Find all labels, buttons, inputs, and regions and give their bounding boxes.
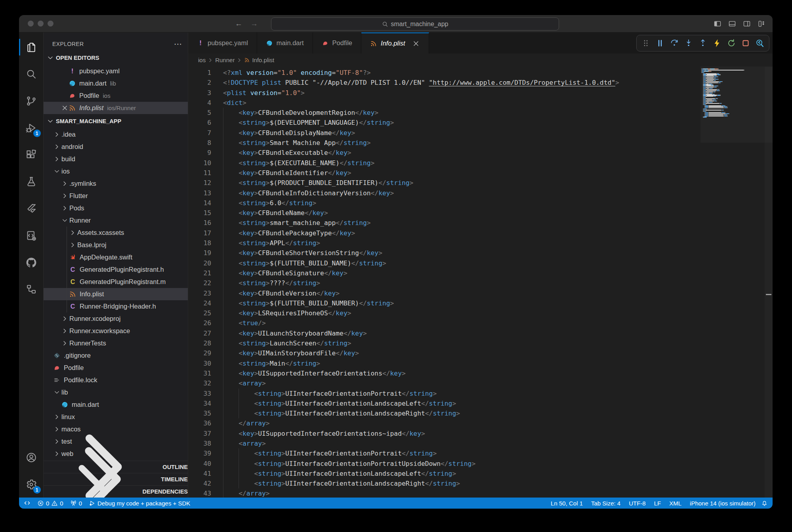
code-line-43[interactable]: 43 </array> <box>188 488 700 498</box>
code-line-15[interactable]: 15 <key>CFBundleName</key> <box>188 208 700 218</box>
code-line-18[interactable]: 18 <string>APPL</string> <box>188 238 700 248</box>
debug-restart-button[interactable] <box>725 37 737 49</box>
activity-item-flutter[interactable] <box>21 198 42 219</box>
tab-pubspec.yaml[interactable]: !pubspec.yaml <box>188 32 257 53</box>
code-line-19[interactable]: 19 <key>CFBundleShortVersionString</key> <box>188 248 700 258</box>
activity-item-source-control[interactable] <box>21 90 42 112</box>
open-editor-Info.plist[interactable]: Info.plistios/Runner <box>44 102 188 114</box>
code-line-24[interactable]: 24 <string>$(FLUTTER_BUILD_NUMBER)</stri… <box>188 298 700 308</box>
debug-drag-handle-button[interactable] <box>640 37 652 49</box>
customize-layout-icon[interactable] <box>758 20 765 28</box>
cursor-position[interactable]: Ln 50, Col 1 <box>551 500 583 507</box>
tree-item-Runner.xcworkspace[interactable]: Runner.xcworkspace <box>44 325 188 337</box>
tab-main.dart[interactable]: main.dart <box>257 32 313 53</box>
code-line-2[interactable]: 2<!DOCTYPE plist PUBLIC "-//Apple//DTD P… <box>188 78 700 88</box>
code-line-9[interactable]: 9 <key>CFBundleExecutable</key> <box>188 148 700 158</box>
tree-item-ios[interactable]: ios <box>44 165 188 177</box>
minimize-window-button[interactable] <box>38 21 44 27</box>
tree-item-Base.lproj[interactable]: Base.lproj <box>44 239 188 251</box>
breadcrumb-Runner[interactable]: Runner <box>215 57 235 63</box>
code-line-34[interactable]: 34 <string>UIInterfaceOrientationLandsca… <box>188 399 700 408</box>
tree-item-main.dart[interactable]: main.dart <box>44 399 188 411</box>
code-line-7[interactable]: 7 <key>CFBundleDisplayName</key> <box>188 128 700 138</box>
activity-item-testing[interactable] <box>21 171 42 193</box>
code-line-26[interactable]: 26 <true/> <box>188 318 700 328</box>
toggle-sidebar-icon[interactable] <box>714 20 721 28</box>
problems-indicator[interactable]: 0 0 <box>37 500 63 507</box>
vertical-scrollbar[interactable] <box>765 67 773 498</box>
code-line-28[interactable]: 28 <string>LaunchScreen</string> <box>188 338 700 348</box>
code-line-16[interactable]: 16 <string>smart_machine_app</string> <box>188 218 700 228</box>
activity-item-settings[interactable]: 1 <box>21 474 42 495</box>
debug-stop-button[interactable] <box>740 37 752 49</box>
language-mode[interactable]: XML <box>669 500 681 507</box>
tree-item-Runner[interactable]: Runner <box>44 214 188 227</box>
tree-item-AppDelegate.swift[interactable]: AppDelegate.swift <box>44 251 188 263</box>
close-window-button[interactable] <box>28 21 34 27</box>
device-selector[interactable]: iPhone 14 (ios simulator) <box>690 500 756 507</box>
tree-item-.symlinks[interactable]: .symlinks <box>44 177 188 190</box>
activity-item-github[interactable] <box>21 252 42 273</box>
tree-item-Assets.xcassets[interactable]: Assets.xcassets <box>44 227 188 239</box>
open-editor-pubspec.yaml[interactable]: !pubspec.yaml <box>44 65 188 77</box>
close-editor-icon[interactable] <box>61 104 69 112</box>
remote-indicator[interactable] <box>24 500 31 507</box>
zoom-window-button[interactable] <box>48 21 53 27</box>
activity-item-search[interactable] <box>21 63 42 85</box>
toggle-secondary-sidebar-icon[interactable] <box>743 20 751 28</box>
tree-item-android[interactable]: android <box>44 141 188 153</box>
code-line-3[interactable]: 3<plist version="1.0"> <box>188 88 700 98</box>
activity-item-run-and-debug[interactable]: 1 <box>21 117 42 139</box>
code-line-13[interactable]: 13 <key>CFBundleInfoDictionaryVersion</k… <box>188 188 700 198</box>
tree-item-Runner.xcodeproj[interactable]: Runner.xcodeproj <box>44 313 188 325</box>
tree-item-Podfile.lock[interactable]: Podfile.lock <box>44 374 188 386</box>
debug-status[interactable]: Debug my code + packages + SDK <box>89 500 190 507</box>
code-line-22[interactable]: 22 <string>????</string> <box>188 278 700 288</box>
debug-step-over-button[interactable] <box>668 37 680 49</box>
tab-Info.plist[interactable]: Info.plist <box>361 32 429 53</box>
code-line-37[interactable]: 37 <key>UISupportedInterfaceOrientations… <box>188 429 700 439</box>
tree-item-RunnerTests[interactable]: RunnerTests <box>44 337 188 349</box>
toggle-panel-icon[interactable] <box>728 20 736 28</box>
code-line-27[interactable]: 27 <key>UILaunchStoryboardName</key> <box>188 328 700 338</box>
tree-item-.idea[interactable]: .idea <box>44 128 188 141</box>
code-editor[interactable]: 1<?xml version="1.0" encoding="UTF-8"?>2… <box>188 67 773 498</box>
tree-item-.gitignore[interactable]: .gitignore <box>44 349 188 362</box>
section-dependencies[interactable]: DEPENDENCIES <box>44 485 188 498</box>
code-line-29[interactable]: 29 <key>UIMainStoryboardFile</key> <box>188 348 700 358</box>
breadcrumb-ios[interactable]: ios <box>198 57 206 63</box>
debug-step-out-button[interactable] <box>697 37 709 49</box>
indentation[interactable]: Tab Size: 4 <box>591 500 620 507</box>
code-line-39[interactable]: 39 <string>UIInterfaceOrientationPortrai… <box>188 448 700 458</box>
tree-item-test[interactable]: test <box>44 435 188 448</box>
debug-pause-button[interactable] <box>654 37 666 49</box>
code-line-1[interactable]: 1<?xml version="1.0" encoding="UTF-8"?> <box>188 68 700 78</box>
open-editor-main.dart[interactable]: main.dartlib <box>44 77 188 90</box>
code-line-33[interactable]: 33 <string>UIInterfaceOrientationPortrai… <box>188 389 700 399</box>
code-line-35[interactable]: 35 <string>UIInterfaceOrientationLandsca… <box>188 408 700 418</box>
tree-item-Runner-Bridging-Header.h[interactable]: CRunner-Bridging-Header.h <box>44 300 188 313</box>
code-line-20[interactable]: 20 <string>$(FLUTTER_BUILD_NAME)</string… <box>188 258 700 268</box>
code-line-42[interactable]: 42 <string>UIInterfaceOrientationLandsca… <box>188 479 700 488</box>
tree-item-GeneratedPluginRegistrant.m[interactable]: CGeneratedPluginRegistrant.m <box>44 276 188 288</box>
activity-item-references[interactable] <box>21 279 42 300</box>
history-forward-icon[interactable]: → <box>250 19 258 28</box>
code-line-4[interactable]: 4<dict> <box>188 98 700 108</box>
minimap[interactable] <box>701 69 765 118</box>
debug-step-into-button[interactable] <box>683 37 695 49</box>
code-line-8[interactable]: 8 <string>Smart Machine App</string> <box>188 138 700 148</box>
activity-item-accounts[interactable] <box>21 447 42 468</box>
code-line-12[interactable]: 12 <string>$(PRODUCT_BUNDLE_IDENTIFIER)<… <box>188 178 700 188</box>
code-line-5[interactable]: 5 <key>CFBundleDevelopmentRegion</key> <box>188 108 700 118</box>
tree-item-web[interactable]: web <box>44 448 188 460</box>
code-line-38[interactable]: 38 <array> <box>188 439 700 448</box>
tree-item-Podfile[interactable]: Podfile <box>44 362 188 374</box>
explorer-actions-icon[interactable]: ⋯ <box>174 39 182 49</box>
tree-item-Pods[interactable]: Pods <box>44 202 188 214</box>
debug-widget-inspector-button[interactable] <box>754 37 766 49</box>
code-line-21[interactable]: 21 <key>CFBundleSignature</key> <box>188 268 700 278</box>
tree-item-lib[interactable]: lib <box>44 386 188 399</box>
code-line-30[interactable]: 30 <string>Main</string> <box>188 358 700 368</box>
tree-item-Info.plist[interactable]: Info.plist <box>44 288 188 300</box>
notifications-bell[interactable] <box>761 500 768 507</box>
